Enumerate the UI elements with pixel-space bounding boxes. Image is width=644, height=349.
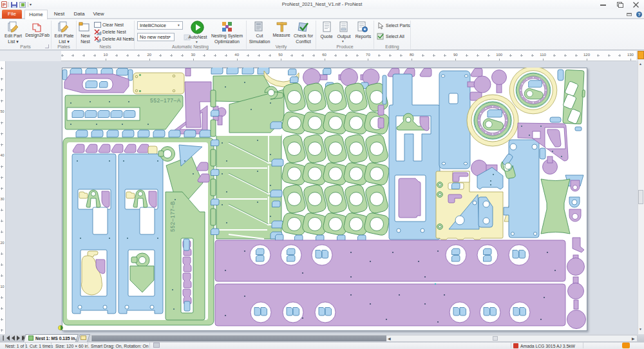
svg-text:552–177–B: 552–177–B [169, 201, 176, 232]
svg-text:552–177–A: 552–177–A [150, 97, 181, 104]
